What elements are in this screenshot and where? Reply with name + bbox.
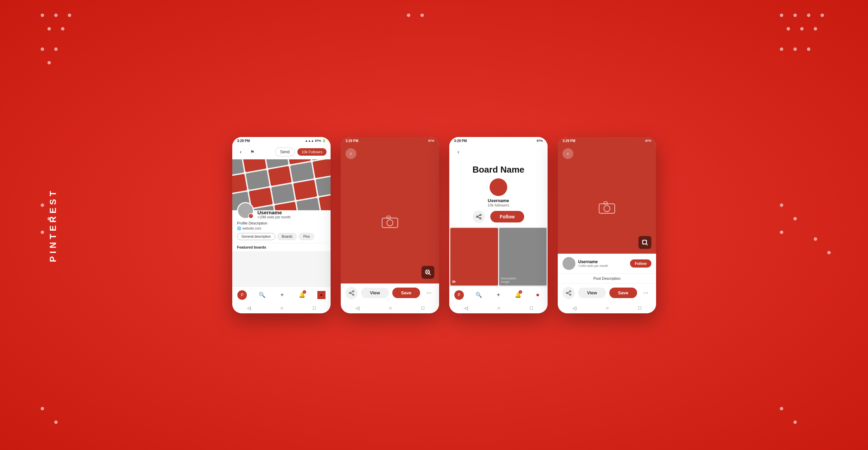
back-button-4[interactable]: ‹ (563, 148, 573, 159)
status-icons-1: ▲▲▲ 87% 🔋 (305, 139, 326, 142)
svg-point-1 (387, 220, 393, 226)
profile-username: Username (257, 210, 291, 215)
svg-point-21 (570, 291, 571, 292)
verified-badge: ✓ (248, 213, 254, 219)
android-home-4[interactable]: ○ (606, 305, 609, 311)
profile-text: Username +10M visits per month (257, 210, 291, 219)
android-recents-1[interactable]: □ (313, 305, 316, 311)
status-bar-1: 3:29 PM ▲▲▲ 87% 🔋 (232, 137, 331, 145)
android-recents-4[interactable]: □ (638, 305, 641, 311)
more-icon-board[interactable]: ··· (540, 278, 545, 283)
save-button-2[interactable]: Save (392, 288, 420, 298)
phone2-header: ‹ (341, 145, 439, 162)
nav-add-1[interactable]: ＋ (277, 290, 287, 300)
board-grid: Dr In DescriptionImage ··· (449, 227, 548, 287)
battery-3: 87% (537, 139, 543, 142)
notification-badge-3: 1 (519, 290, 522, 294)
svg-point-7 (353, 294, 354, 295)
svg-line-24 (568, 292, 570, 293)
tile (271, 183, 295, 204)
tab-general[interactable]: General description (237, 233, 275, 240)
tab-pins[interactable]: Pins (299, 233, 314, 240)
share-button-4[interactable] (563, 287, 575, 299)
nav-bell-1[interactable]: 🔔 1 (297, 290, 307, 300)
svg-point-12 (480, 218, 481, 219)
svg-line-4 (429, 274, 431, 275)
globe-icon: 🌐 (237, 227, 241, 230)
android-recents-2[interactable]: □ (421, 305, 424, 311)
status-icons-4: 87% (645, 139, 651, 142)
back-button-1[interactable]: ‹ (236, 148, 245, 156)
android-nav-3: ◁ ○ □ (449, 302, 548, 313)
pin-image-area (341, 162, 439, 283)
notification-badge-1: 1 (303, 290, 306, 294)
app-name-label: PINTEREST (48, 188, 58, 262)
post-user-info: Username +10M visits per month (578, 259, 627, 268)
save-button-4[interactable]: Save (609, 288, 637, 298)
visual-search-icon-4[interactable] (638, 236, 651, 249)
follow-button-3[interactable]: Follow (490, 211, 524, 222)
svg-line-8 (351, 292, 353, 293)
svg-point-10 (480, 214, 481, 216)
android-nav-4: ◁ ○ □ (558, 302, 656, 313)
website-row: 🌐 website.com (237, 227, 326, 230)
board-name: Board Name (454, 164, 543, 175)
phone-2-pin: 3:29 PM 87% ‹ (341, 137, 439, 313)
back-button-2[interactable]: ‹ (346, 148, 356, 159)
status-time-4: 3:29 PM (563, 139, 575, 143)
profile-info: ✓ Username +10M visits per month Profile… (232, 210, 331, 243)
tile (319, 194, 331, 210)
share-button-3[interactable] (473, 211, 485, 223)
android-back-2[interactable]: ◁ (356, 305, 359, 311)
share-button-2[interactable] (346, 287, 358, 299)
svg-line-9 (351, 293, 353, 294)
nav-pinterest-1[interactable]: P (237, 290, 247, 300)
bottom-nav-3: P 🔍 ＋ 🔔 1 ● (449, 287, 548, 302)
nav-profile-3[interactable]: ● (533, 290, 542, 300)
svg-point-11 (476, 216, 478, 217)
svg-line-14 (478, 217, 480, 218)
flag-button-1[interactable]: ⚑ (248, 148, 257, 156)
content-area-1 (232, 251, 331, 287)
android-home-2[interactable]: ○ (389, 305, 392, 311)
phone4-header: ‹ (558, 145, 656, 162)
camera-icon-4 (598, 200, 615, 215)
battery-icon-1: 🔋 (322, 139, 326, 142)
nav-bell-3[interactable]: 🔔 1 (513, 290, 523, 300)
board-actions: Follow (454, 211, 543, 223)
more-button-2[interactable]: ··· (423, 288, 434, 298)
android-back-1[interactable]: ◁ (247, 305, 251, 311)
nav-profile-1[interactable]: ● (317, 291, 326, 299)
visual-search-icon-2[interactable] (421, 266, 434, 279)
android-home-3[interactable]: ○ (497, 305, 500, 311)
more-button-4[interactable]: ··· (640, 288, 651, 298)
status-bar-2: 3:29 PM 87% (341, 137, 439, 145)
profile-visits: +10M visits per month (257, 215, 291, 219)
svg-point-22 (566, 292, 568, 294)
view-button-4[interactable]: View (578, 288, 606, 298)
send-button[interactable]: Send (275, 148, 295, 156)
tab-boards[interactable]: Boards (277, 233, 297, 240)
android-home-1[interactable]: ○ (280, 305, 283, 311)
status-bar-3: 3:29 PM 87% (449, 137, 548, 145)
view-button-2[interactable]: View (361, 288, 389, 298)
nav-pinterest-3[interactable]: P (454, 290, 464, 300)
tile (296, 197, 320, 210)
svg-point-6 (349, 292, 351, 294)
android-recents-3[interactable]: □ (530, 305, 533, 311)
nav-add-3[interactable]: ＋ (494, 290, 503, 300)
nav-search-3[interactable]: 🔍 (474, 290, 484, 300)
status-icons-3: 87% (537, 139, 543, 142)
nav-search-1[interactable]: 🔍 (257, 290, 267, 300)
post-follow-button[interactable]: Follow (630, 259, 651, 268)
android-back-4[interactable]: ◁ (573, 305, 576, 311)
android-back-3[interactable]: ◁ (464, 305, 468, 311)
tile (316, 176, 331, 196)
website-link[interactable]: website.com (242, 227, 261, 230)
back-button-3[interactable]: ‹ (454, 148, 463, 156)
board-username: Username (454, 198, 543, 203)
followers-button[interactable]: 10k Followrs (297, 148, 327, 156)
board-sub-1: In (452, 277, 455, 283)
pin-action-bar: View Save ··· (341, 283, 439, 302)
post-image-area (558, 162, 656, 254)
